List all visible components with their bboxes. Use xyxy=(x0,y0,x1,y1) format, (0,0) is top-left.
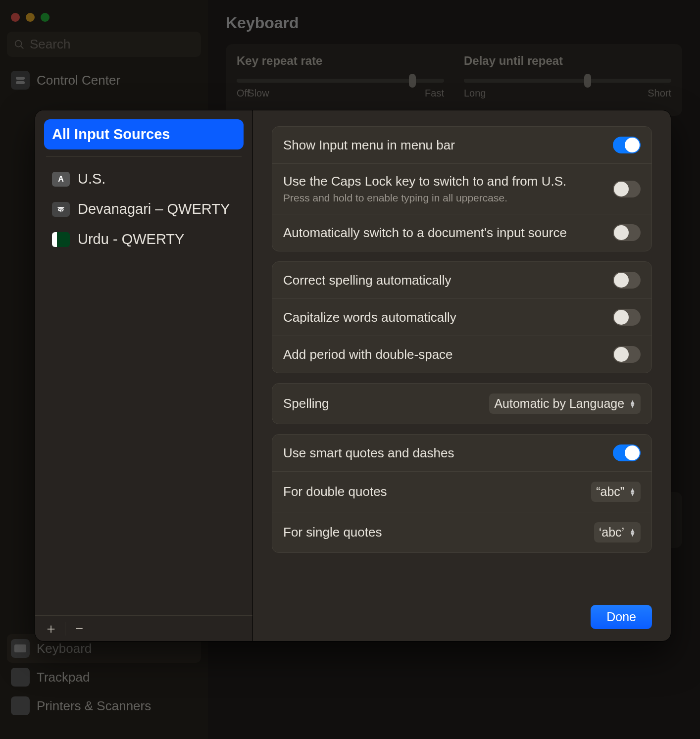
double-space-period-row: Add period with double-space xyxy=(272,336,651,373)
capitalize-toggle[interactable] xyxy=(613,309,641,326)
quotes-group: Use smart quotes and dashes For double q… xyxy=(272,434,652,553)
source-label: U.S. xyxy=(78,171,105,187)
caps-lock-switch-row: Use the Caps Lock key to switch to and f… xyxy=(272,163,651,214)
select-value: Automatic by Language xyxy=(494,396,624,411)
input-source-devanagari[interactable]: क Devanagari – QWERTY xyxy=(44,194,244,224)
capitalize-row: Capitalize words automatically xyxy=(272,298,651,336)
show-input-menu-toggle[interactable] xyxy=(613,137,641,153)
all-input-sources-item[interactable]: All Input Sources xyxy=(44,119,244,149)
remove-input-source-button[interactable]: − xyxy=(71,621,87,637)
spelling-row: Spelling Automatic by Language ▲▼ xyxy=(272,384,651,424)
source-label: Devanagari – QWERTY xyxy=(78,201,230,217)
pakistan-flag-icon xyxy=(52,232,70,247)
correct-spelling-toggle[interactable] xyxy=(613,272,641,289)
row-label: Spelling xyxy=(283,396,480,411)
input-source-footer: ＋ − xyxy=(35,615,252,641)
chevron-updown-icon: ▲▼ xyxy=(629,529,636,537)
row-label: For double quotes xyxy=(283,484,582,499)
row-label: Add period with double-space xyxy=(283,347,604,362)
row-label: For single quotes xyxy=(283,525,585,540)
devanagari-icon: क xyxy=(52,202,70,217)
show-input-menu-row: Show Input menu in menu bar xyxy=(272,127,651,163)
row-label: Use the Caps Lock key to switch to and f… xyxy=(283,174,604,189)
us-icon: A xyxy=(52,172,70,187)
sidebar-item-label: All Input Sources xyxy=(52,126,170,143)
single-quotes-row: For single quotes ‘abc’ ▲▼ xyxy=(272,512,651,552)
row-label: Use smart quotes and dashes xyxy=(283,445,604,461)
row-sublabel: Press and hold to enable typing in all u… xyxy=(283,192,604,204)
input-menu-group: Show Input menu in menu bar Use the Caps… xyxy=(272,126,652,251)
auto-switch-toggle[interactable] xyxy=(613,224,641,241)
divider xyxy=(46,156,242,157)
select-value: ‘abc’ xyxy=(599,525,624,540)
row-label: Correct spelling automatically xyxy=(283,273,604,288)
single-quotes-select[interactable]: ‘abc’ ▲▼ xyxy=(594,522,641,542)
input-source-us[interactable]: A U.S. xyxy=(44,164,244,194)
input-sources-modal: All Input Sources A U.S. क Devanagari – … xyxy=(35,110,671,641)
double-quotes-select[interactable]: “abc” ▲▼ xyxy=(591,482,641,502)
input-sources-sidebar: All Input Sources A U.S. क Devanagari – … xyxy=(35,110,253,641)
text-group: Correct spelling automatically Capitaliz… xyxy=(272,261,652,373)
divider xyxy=(65,622,65,636)
input-sources-settings: Show Input menu in menu bar Use the Caps… xyxy=(253,110,671,641)
chevron-updown-icon: ▲▼ xyxy=(629,488,636,496)
row-label: Capitalize words automatically xyxy=(283,310,604,325)
row-label: Automatically switch to a document's inp… xyxy=(283,225,604,241)
double-quotes-row: For double quotes “abc” ▲▼ xyxy=(272,471,651,512)
done-button[interactable]: Done xyxy=(591,605,652,629)
spelling-group: Spelling Automatic by Language ▲▼ xyxy=(272,383,652,424)
correct-spelling-row: Correct spelling automatically xyxy=(272,262,651,298)
add-input-source-button[interactable]: ＋ xyxy=(43,621,59,637)
spelling-select[interactable]: Automatic by Language ▲▼ xyxy=(489,394,641,414)
smart-quotes-toggle[interactable] xyxy=(613,444,641,461)
chevron-updown-icon: ▲▼ xyxy=(629,400,636,408)
select-value: “abc” xyxy=(596,485,624,499)
auto-switch-row: Automatically switch to a document's inp… xyxy=(272,214,651,251)
input-source-urdu[interactable]: Urdu - QWERTY xyxy=(44,224,244,254)
source-label: Urdu - QWERTY xyxy=(78,231,184,247)
double-space-period-toggle[interactable] xyxy=(613,346,641,363)
smart-quotes-row: Use smart quotes and dashes xyxy=(272,435,651,471)
row-label: Show Input menu in menu bar xyxy=(283,138,604,153)
caps-lock-switch-toggle[interactable] xyxy=(613,181,641,197)
